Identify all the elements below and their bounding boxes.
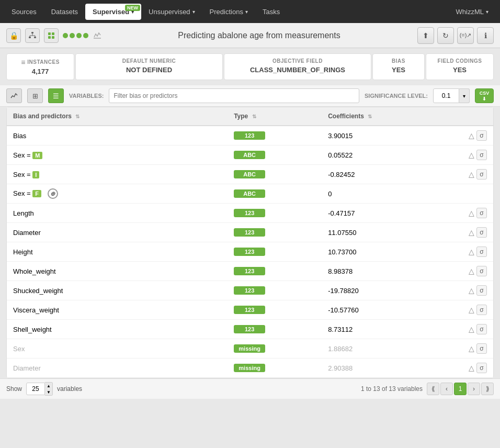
per-page-input[interactable]	[26, 383, 45, 395]
predictor-cell: Height	[7, 242, 228, 262]
predictor-name: Diameter	[13, 364, 41, 372]
page-next-btn[interactable]: ›	[468, 383, 480, 395]
page-last-btn[interactable]: ⟫	[481, 383, 494, 395]
type-badge: missing	[234, 364, 265, 372]
refresh-btn[interactable]: ↻	[437, 27, 454, 44]
formula-btn[interactable]: (=)↗	[457, 27, 474, 44]
page-title: Predicting abalone age from measurements	[105, 31, 413, 40]
lock-icon-btn[interactable]: 🔒	[6, 28, 21, 43]
predictor-name: Diameter	[13, 229, 41, 237]
table-row: Sex = F ⊕ABC0	[7, 184, 493, 204]
predictor-cell: Whole_weight	[7, 262, 228, 281]
info-btn[interactable]: ℹ	[477, 27, 494, 44]
coefficient-value: 0	[328, 190, 332, 198]
sigma-icon[interactable]: σ	[476, 305, 487, 315]
sigma-icon[interactable]: σ	[476, 150, 487, 160]
triangle-icon[interactable]: △	[469, 325, 474, 333]
triangle-icon[interactable]: △	[469, 364, 474, 372]
filter-input[interactable]	[109, 88, 359, 103]
predictor-name: Sex	[13, 189, 25, 197]
view-grid-btn[interactable]: ⊞	[27, 88, 43, 103]
type-cell: 123	[228, 204, 322, 223]
sigma-icon[interactable]: σ	[476, 208, 487, 218]
table-header-row: Bias and predictors ⇅ Type ⇅ Coefficient…	[7, 107, 493, 126]
upload-btn[interactable]: ⬆	[417, 27, 434, 44]
chart-icon	[93, 31, 102, 40]
per-page-down[interactable]: ▼	[45, 389, 52, 395]
sigma-icon[interactable]: σ	[476, 266, 487, 276]
action-icons: △ σ	[469, 266, 487, 276]
sigma-icon[interactable]: σ	[476, 130, 487, 141]
triangle-icon[interactable]: △	[469, 228, 474, 237]
sigma-icon[interactable]: σ	[476, 227, 487, 238]
svg-rect-1	[29, 37, 31, 38]
type-badge: missing	[234, 344, 265, 353]
supervised-badge: NEW	[125, 5, 140, 11]
triangle-icon[interactable]: △	[469, 267, 474, 275]
coefficient-cell: 2.90388 △ σ	[322, 359, 493, 378]
triangle-icon[interactable]: △	[469, 170, 474, 178]
triangle-icon[interactable]: △	[469, 286, 474, 295]
sigma-icon[interactable]: σ	[476, 285, 487, 296]
type-badge: 123	[234, 267, 265, 275]
sort-icon-bias[interactable]: ⇅	[75, 114, 79, 119]
triangle-icon[interactable]: △	[469, 344, 474, 353]
variables-label: VARIABLES:	[69, 93, 104, 99]
info-icon[interactable]: ⊕	[48, 188, 58, 199]
page-prev-btn[interactable]: ‹	[440, 383, 453, 395]
sigma-icon[interactable]: σ	[476, 247, 487, 257]
triangle-icon[interactable]: △	[469, 248, 474, 256]
type-cell: ABC	[228, 145, 322, 165]
table-row: Sexmissing 1.88682 △ σ	[7, 339, 493, 359]
progress-dots	[63, 33, 88, 38]
per-page-up[interactable]: ▲	[45, 383, 52, 389]
coefficient-value: -0.82452	[328, 171, 355, 178]
triangle-icon[interactable]: △	[469, 306, 474, 314]
coefficient-cell: 3.90015 △ σ	[322, 126, 493, 145]
predictor-cell: Sex = M	[7, 145, 228, 165]
instances-stat: ≡ INSTANCES 4,177	[6, 53, 74, 80]
sort-icon-type[interactable]: ⇅	[252, 114, 256, 119]
action-icons: △ σ	[469, 169, 487, 180]
predictor-value-badge: I	[32, 171, 39, 178]
nav-datasets[interactable]: Datasets	[44, 4, 85, 20]
nav-whizzml[interactable]: WhizzML ▾	[449, 4, 496, 20]
nav-supervised[interactable]: Supervised NEW ▾	[85, 4, 141, 20]
coefficient-cell: -0.47157 △ σ	[322, 204, 493, 223]
model-icon-btn[interactable]	[44, 28, 59, 43]
type-badge: 123	[234, 228, 265, 237]
csv-export-btn[interactable]: CSV ⬇	[475, 88, 494, 103]
nav-unsupervised[interactable]: Unsupervised ▾	[141, 4, 202, 20]
sigma-icon[interactable]: σ	[476, 169, 487, 180]
significance-dropdown[interactable]: ▾	[459, 88, 470, 103]
bias-stat: BIAS YES	[372, 53, 425, 80]
nav-predictions[interactable]: Predictions ▾	[202, 4, 255, 20]
sigma-icon[interactable]: σ	[476, 324, 487, 334]
svg-rect-9	[48, 36, 51, 39]
page-first-btn[interactable]: ⟪	[427, 383, 439, 395]
table-row: Diametermissing 2.90388 △ σ	[7, 359, 493, 378]
hierarchy-icon-btn[interactable]	[25, 28, 40, 43]
sort-icon-coeff[interactable]: ⇅	[368, 114, 372, 119]
type-cell: 123	[228, 281, 322, 300]
nav-sources[interactable]: Sources	[4, 4, 44, 20]
predictor-name: Shucked_weight	[13, 287, 63, 295]
top-navigation: Sources Datasets Supervised NEW ▾ Unsupe…	[0, 0, 500, 23]
dot-2	[70, 33, 75, 38]
svg-rect-10	[52, 36, 54, 39]
coefficient-value: 3.90015	[328, 132, 353, 140]
view-list-btn[interactable]: ☰	[48, 88, 64, 103]
triangle-icon[interactable]: △	[469, 131, 474, 140]
page-current-btn[interactable]: 1	[454, 383, 467, 395]
filter-row: ⊞ ☰ VARIABLES: SIGNIFICANCE LEVEL: ▾ CSV…	[0, 85, 500, 107]
view-curve-btn[interactable]	[6, 88, 22, 103]
significance-input[interactable]	[433, 88, 459, 103]
triangle-icon[interactable]: △	[469, 209, 474, 217]
table-row: Viscera_weight123 -10.57760 △ σ	[7, 300, 493, 320]
sigma-icon[interactable]: σ	[476, 363, 487, 373]
action-icons: △ σ	[469, 324, 487, 334]
triangle-icon[interactable]: △	[469, 151, 474, 159]
nav-tasks[interactable]: Tasks	[255, 4, 287, 20]
sigma-icon[interactable]: σ	[476, 343, 487, 354]
coefficient-value: -10.57760	[328, 306, 359, 314]
